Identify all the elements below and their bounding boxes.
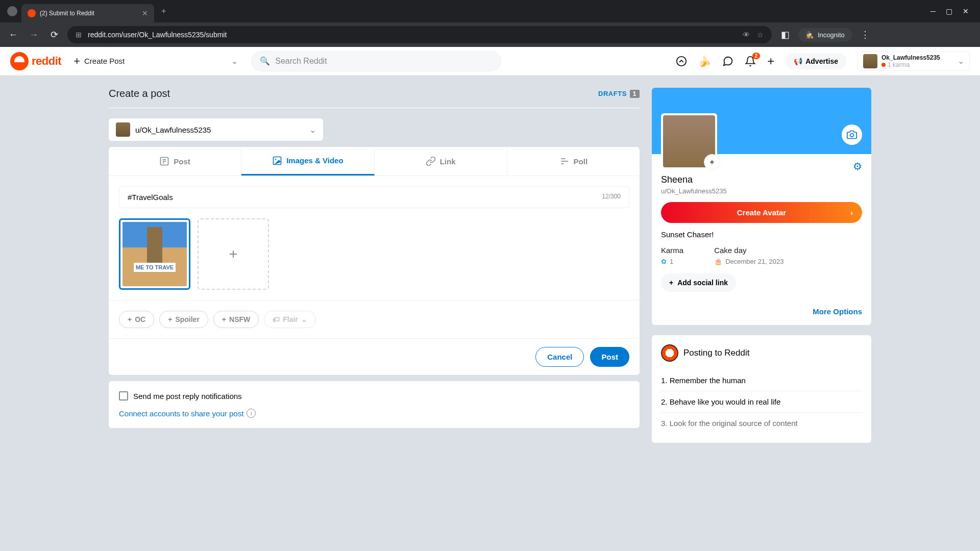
notify-label: Send me post reply notifications xyxy=(133,392,242,400)
spoiler-tag-button[interactable]: +Spoiler xyxy=(159,311,208,328)
char-count: 12/300 xyxy=(602,193,621,202)
chat-icon[interactable] xyxy=(722,56,733,67)
plus-icon: + xyxy=(229,246,237,262)
url-text: reddit.com/user/Ok_Lawfulness5235/submit xyxy=(88,31,227,39)
side-panel-icon[interactable]: ◧ xyxy=(778,29,792,40)
add-social-button[interactable]: + Add social link xyxy=(661,273,736,292)
create-post-label: Create Post xyxy=(84,57,125,65)
tag-icon: 🏷 xyxy=(273,315,280,323)
add-social-label: Add social link xyxy=(677,279,728,287)
reload-icon[interactable]: ⟳ xyxy=(47,29,61,40)
community-selector[interactable]: u/Ok_Lawfulness5235 ⌄ xyxy=(109,118,323,141)
tab-images-label: Images & Video xyxy=(286,156,343,165)
banner-camera-button[interactable] xyxy=(842,124,862,145)
chevron-down-icon: ⌄ xyxy=(309,125,316,135)
logo-text: reddit xyxy=(32,55,61,68)
connect-accounts-link[interactable]: Connect accounts to share your post i xyxy=(119,409,629,418)
tab-post[interactable]: Post xyxy=(109,147,241,176)
oc-label: OC xyxy=(135,315,145,323)
karma-label: Karma xyxy=(661,246,683,255)
community-dropdown-toggle[interactable]: ⌄ xyxy=(141,56,243,66)
tab-link[interactable]: Link xyxy=(375,147,507,176)
settings-icon[interactable]: ⚙ xyxy=(853,160,862,172)
plus-icon: + xyxy=(74,55,80,68)
popular-icon[interactable] xyxy=(676,56,687,67)
tab-images-video[interactable]: Images & Video xyxy=(241,147,374,176)
tab-post-label: Post xyxy=(174,157,190,166)
media-thumbnail[interactable]: ME TO TRAVE xyxy=(119,218,190,290)
cake-label: Cake day xyxy=(714,246,783,255)
coins-icon[interactable]: 🍌 xyxy=(698,55,711,67)
create-icon[interactable]: + xyxy=(767,54,774,68)
tab-title: (2) Submit to Reddit xyxy=(40,10,138,17)
browser-tab[interactable]: (2) Submit to Reddit ✕ xyxy=(21,4,154,22)
search-placeholder: Search Reddit xyxy=(275,57,327,66)
nsfw-label: NSFW xyxy=(229,315,250,323)
back-icon[interactable]: ← xyxy=(6,30,20,40)
site-info-icon[interactable]: ⊞ xyxy=(76,31,82,39)
chevron-right-icon: › xyxy=(850,208,853,217)
notify-checkbox-row[interactable]: Send me post reply notifications xyxy=(119,391,629,400)
minimize-icon[interactable]: ─ xyxy=(930,7,936,15)
create-avatar-button[interactable]: Create Avatar › xyxy=(661,202,862,223)
community-name: u/Ok_Lawfulness5235 xyxy=(135,126,304,134)
info-icon[interactable]: i xyxy=(247,409,256,418)
more-options-button[interactable]: More Options xyxy=(661,307,862,316)
eye-off-icon[interactable]: 👁 xyxy=(743,31,750,39)
title-input[interactable] xyxy=(128,193,602,202)
image-icon xyxy=(272,156,282,166)
rules-card: Posting to Reddit 1. Remember the human … xyxy=(652,335,871,443)
incognito-label: Incognito xyxy=(818,31,845,39)
nsfw-tag-button[interactable]: +NSFW xyxy=(213,311,259,328)
browser-menu-icon[interactable]: ⋮ xyxy=(858,29,872,40)
svg-point-6 xyxy=(275,158,277,160)
spoiler-label: Spoiler xyxy=(175,315,199,323)
profile-banner: + xyxy=(652,88,871,154)
search-input[interactable]: 🔍 Search Reddit xyxy=(251,51,501,71)
flair-label: Flair xyxy=(283,315,298,323)
page-title: Create a post xyxy=(109,88,170,99)
plus-icon: + xyxy=(168,315,172,323)
maximize-icon[interactable]: ▢ xyxy=(946,7,952,15)
svg-point-10 xyxy=(850,134,854,137)
tab-poll[interactable]: Poll xyxy=(507,147,640,176)
thumb-caption: ME TO TRAVE xyxy=(134,263,176,272)
header-karma: 1 karma xyxy=(881,61,940,68)
plus-icon: + xyxy=(128,315,132,323)
new-tab-icon[interactable]: + xyxy=(161,7,166,16)
header-username: Ok_Lawfulness5235 xyxy=(881,54,940,61)
post-button[interactable]: Post xyxy=(590,347,629,367)
karma-dot-icon xyxy=(881,63,886,67)
cake-value: December 21, 2023 xyxy=(725,258,783,265)
snoo-icon xyxy=(661,344,678,362)
drafts-label: DRAFTS xyxy=(598,90,627,97)
rules-title: Posting to Reddit xyxy=(683,348,749,358)
checkbox-icon[interactable] xyxy=(119,391,128,400)
link-icon xyxy=(426,156,436,166)
add-media-button[interactable]: + xyxy=(198,218,269,290)
close-window-icon[interactable]: ✕ xyxy=(963,7,969,15)
cancel-button[interactable]: Cancel xyxy=(535,347,584,367)
title-input-wrapper: 12/300 xyxy=(119,186,629,208)
user-menu[interactable]: Ok_Lawfulness5235 1 karma ⌄ xyxy=(857,52,970,71)
tab-close-icon[interactable]: ✕ xyxy=(142,9,148,17)
tab-search-icon[interactable] xyxy=(7,6,17,16)
advertise-button[interactable]: 📢 Advertise xyxy=(786,53,846,69)
profile-name: Sheena xyxy=(661,174,862,185)
karma-icon: ✿ xyxy=(661,258,667,265)
tab-poll-label: Poll xyxy=(574,157,588,166)
drafts-button[interactable]: DRAFTS 1 xyxy=(598,90,640,98)
rule-item: 2. Behave like you would in real life xyxy=(661,391,862,413)
create-post-menu[interactable]: + Create Post xyxy=(69,55,133,68)
drafts-count: 1 xyxy=(630,90,640,98)
cake-icon: 🎂 xyxy=(714,258,722,265)
notifications-icon[interactable]: 2 xyxy=(745,56,756,67)
oc-tag-button[interactable]: +OC xyxy=(119,311,154,328)
search-icon: 🔍 xyxy=(260,56,270,66)
reddit-header: reddit + Create Post ⌄ 🔍 Search Reddit 🍌… xyxy=(0,47,980,76)
tab-link-label: Link xyxy=(440,157,456,166)
bookmark-icon[interactable]: ☆ xyxy=(757,31,764,39)
incognito-indicator[interactable]: 🕵 Incognito xyxy=(798,28,852,42)
reddit-logo[interactable]: reddit xyxy=(10,52,61,70)
url-bar[interactable]: ⊞ reddit.com/user/Ok_Lawfulness5235/subm… xyxy=(67,26,772,43)
